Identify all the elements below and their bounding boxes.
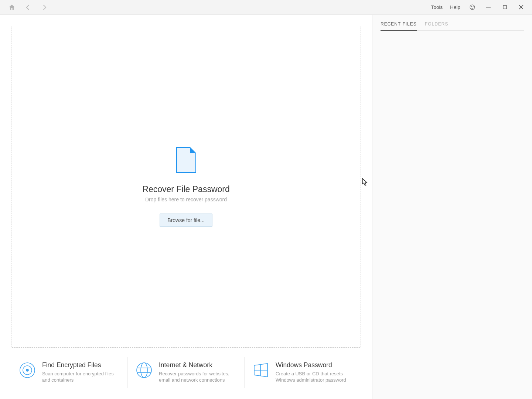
main-panel: Recover File Password Drop files here to… <box>0 15 372 399</box>
tools-menu[interactable]: Tools <box>431 4 443 10</box>
body: Recover File Password Drop files here to… <box>0 15 532 399</box>
smiley-icon[interactable] <box>468 3 477 12</box>
card-title: Find Encrypted Files <box>42 361 120 369</box>
svg-rect-4 <box>503 6 506 9</box>
toolbar: Tools Help <box>0 0 532 15</box>
card-text: Windows Password Create a USB or CD that… <box>276 361 354 383</box>
drop-area[interactable]: Recover File Password Drop files here to… <box>11 26 361 348</box>
tab-recent-files[interactable]: RECENT FILES <box>381 21 417 31</box>
toolbar-right: Tools Help <box>431 3 532 12</box>
toolbar-left <box>0 4 48 11</box>
card-internet-network[interactable]: Internet & Network Recover passwords for… <box>127 357 244 388</box>
svg-point-7 <box>26 369 28 371</box>
tab-folders[interactable]: FOLDERS <box>425 21 449 30</box>
drop-wrap: Recover File Password Drop files here to… <box>0 15 372 353</box>
card-text: Find Encrypted Files Scan computer for e… <box>42 361 120 383</box>
card-subtitle: Recover passwords for websites, email an… <box>159 371 237 383</box>
svg-rect-3 <box>486 7 491 7</box>
cards-row: Find Encrypted Files Scan computer for e… <box>0 353 372 399</box>
file-icon <box>176 147 197 175</box>
svg-point-9 <box>141 363 147 378</box>
svg-point-1 <box>471 7 471 7</box>
card-find-encrypted[interactable]: Find Encrypted Files Scan computer for e… <box>11 357 127 388</box>
svg-point-0 <box>470 5 475 10</box>
card-title: Windows Password <box>276 361 354 369</box>
sidebar-tabs: RECENT FILES FOLDERS <box>381 21 524 31</box>
globe-icon <box>136 362 152 380</box>
maximize-icon[interactable] <box>500 3 509 12</box>
svg-point-8 <box>137 363 151 378</box>
minimize-icon[interactable] <box>484 3 493 12</box>
forward-icon[interactable] <box>41 4 48 11</box>
card-windows-password[interactable]: Windows Password Create a USB or CD that… <box>244 357 361 388</box>
card-subtitle: Create a USB or CD that resets Windows a… <box>276 371 354 383</box>
drop-title: Recover File Password <box>142 184 229 194</box>
card-title: Internet & Network <box>159 361 237 369</box>
help-menu[interactable]: Help <box>450 4 460 10</box>
windows-icon <box>253 362 269 380</box>
drop-subtitle: Drop files here to recover password <box>145 197 227 202</box>
card-subtitle: Scan computer for encrypted files and co… <box>42 371 120 383</box>
disc-icon <box>19 362 35 380</box>
home-icon[interactable] <box>8 4 16 11</box>
sidebar: RECENT FILES FOLDERS <box>372 15 532 399</box>
close-icon[interactable] <box>516 3 525 12</box>
browse-button[interactable]: Browse for file... <box>160 214 212 227</box>
svg-point-2 <box>473 7 473 7</box>
card-text: Internet & Network Recover passwords for… <box>159 361 237 383</box>
back-icon[interactable] <box>24 4 32 11</box>
